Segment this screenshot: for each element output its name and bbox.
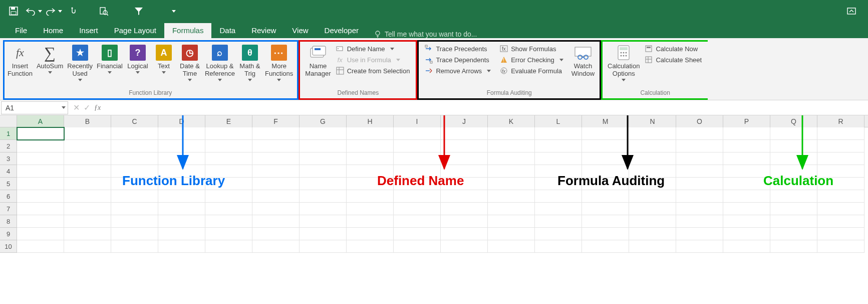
- cell[interactable]: [300, 153, 347, 165]
- undo-button[interactable]: [25, 4, 42, 19]
- cell[interactable]: [488, 140, 535, 153]
- cell[interactable]: [205, 228, 252, 240]
- cell[interactable]: [394, 153, 441, 165]
- cell[interactable]: [817, 165, 864, 178]
- cell[interactable]: [394, 203, 441, 215]
- cell[interactable]: [770, 140, 817, 153]
- cell[interactable]: [158, 215, 205, 228]
- cell[interactable]: [111, 165, 158, 178]
- cell[interactable]: [770, 240, 817, 253]
- cell[interactable]: [441, 127, 488, 140]
- cell[interactable]: [64, 140, 111, 153]
- cell[interactable]: [158, 140, 205, 153]
- cell[interactable]: [441, 190, 488, 203]
- cell[interactable]: [770, 153, 817, 165]
- cell[interactable]: [676, 127, 723, 140]
- ribbon-display-options[interactable]: [843, 4, 860, 19]
- tab-page-layout[interactable]: Page Layout: [106, 23, 164, 38]
- logical-button[interactable]: ? Logical: [125, 43, 151, 75]
- cell[interactable]: [582, 140, 629, 153]
- error-checking-button[interactable]: ! Error Checking: [498, 55, 565, 65]
- cell[interactable]: [629, 178, 676, 190]
- cell[interactable]: [158, 190, 205, 203]
- cell[interactable]: [770, 203, 817, 215]
- cell[interactable]: [582, 203, 629, 215]
- cell[interactable]: [535, 190, 582, 203]
- cell[interactable]: [770, 127, 817, 140]
- cell[interactable]: [488, 165, 535, 178]
- cell[interactable]: [535, 165, 582, 178]
- cell[interactable]: [535, 178, 582, 190]
- trace-dependents-button[interactable]: Trace Dependents: [423, 55, 493, 65]
- cell[interactable]: [629, 165, 676, 178]
- cell[interactable]: [64, 228, 111, 240]
- column-header[interactable]: F: [252, 115, 300, 127]
- cell[interactable]: [252, 178, 300, 190]
- cell[interactable]: [488, 153, 535, 165]
- cell[interactable]: [488, 127, 535, 140]
- cell[interactable]: [723, 203, 770, 215]
- select-all-corner[interactable]: [0, 115, 17, 127]
- cell[interactable]: [111, 127, 158, 140]
- cell[interactable]: [723, 127, 770, 140]
- column-header[interactable]: C: [111, 115, 158, 127]
- cell[interactable]: [394, 215, 441, 228]
- create-from-selection-button[interactable]: Create from Selection: [334, 66, 412, 76]
- cell[interactable]: [770, 178, 817, 190]
- cell[interactable]: [488, 228, 535, 240]
- tab-formulas[interactable]: Formulas: [164, 23, 212, 38]
- cell[interactable]: [441, 203, 488, 215]
- more-functions-button[interactable]: ⋯ More Functions: [263, 43, 295, 82]
- cell[interactable]: [300, 178, 347, 190]
- cell[interactable]: [582, 178, 629, 190]
- tab-insert[interactable]: Insert: [71, 23, 106, 38]
- cell[interactable]: [723, 153, 770, 165]
- cell[interactable]: [629, 140, 676, 153]
- cell[interactable]: [300, 190, 347, 203]
- cell[interactable]: [158, 153, 205, 165]
- name-manager-button[interactable]: Name Manager: [303, 43, 333, 79]
- row-header[interactable]: 2: [0, 140, 17, 153]
- cell[interactable]: [582, 153, 629, 165]
- tab-review[interactable]: Review: [243, 23, 284, 38]
- cell[interactable]: [723, 190, 770, 203]
- cell[interactable]: [347, 215, 394, 228]
- cell[interactable]: [17, 153, 64, 165]
- cell[interactable]: [347, 190, 394, 203]
- cell[interactable]: [158, 203, 205, 215]
- cell[interactable]: [676, 153, 723, 165]
- tab-home[interactable]: Home: [35, 23, 71, 38]
- cell[interactable]: [441, 153, 488, 165]
- cell[interactable]: [64, 240, 111, 253]
- cell[interactable]: [111, 240, 158, 253]
- tab-file[interactable]: File: [7, 23, 35, 38]
- cell[interactable]: [817, 190, 864, 203]
- enter-formula-button[interactable]: ✓: [84, 103, 90, 112]
- cell[interactable]: [817, 178, 864, 190]
- cell[interactable]: [252, 240, 300, 253]
- cell[interactable]: [488, 190, 535, 203]
- cell[interactable]: [111, 140, 158, 153]
- insert-function-button[interactable]: fx Insert Function: [6, 43, 35, 79]
- cell[interactable]: [205, 178, 252, 190]
- name-box[interactable]: A1: [1, 101, 68, 114]
- trace-precedents-button[interactable]: Trace Precedents: [423, 44, 493, 54]
- filter-button[interactable]: [130, 4, 147, 19]
- cell[interactable]: [64, 215, 111, 228]
- cell[interactable]: [111, 153, 158, 165]
- calculate-now-button[interactable]: Calculate Now: [643, 44, 704, 54]
- column-header[interactable]: I: [394, 115, 441, 127]
- cancel-formula-button[interactable]: ✕: [73, 103, 80, 112]
- cell[interactable]: [817, 153, 864, 165]
- cell[interactable]: [629, 228, 676, 240]
- column-header[interactable]: E: [205, 115, 252, 127]
- cell[interactable]: [629, 153, 676, 165]
- cell[interactable]: [347, 165, 394, 178]
- cell[interactable]: [205, 203, 252, 215]
- cell[interactable]: [158, 165, 205, 178]
- cell[interactable]: [770, 228, 817, 240]
- column-header[interactable]: R: [817, 115, 864, 127]
- cell[interactable]: [17, 178, 64, 190]
- cell[interactable]: [17, 165, 64, 178]
- cell[interactable]: [488, 178, 535, 190]
